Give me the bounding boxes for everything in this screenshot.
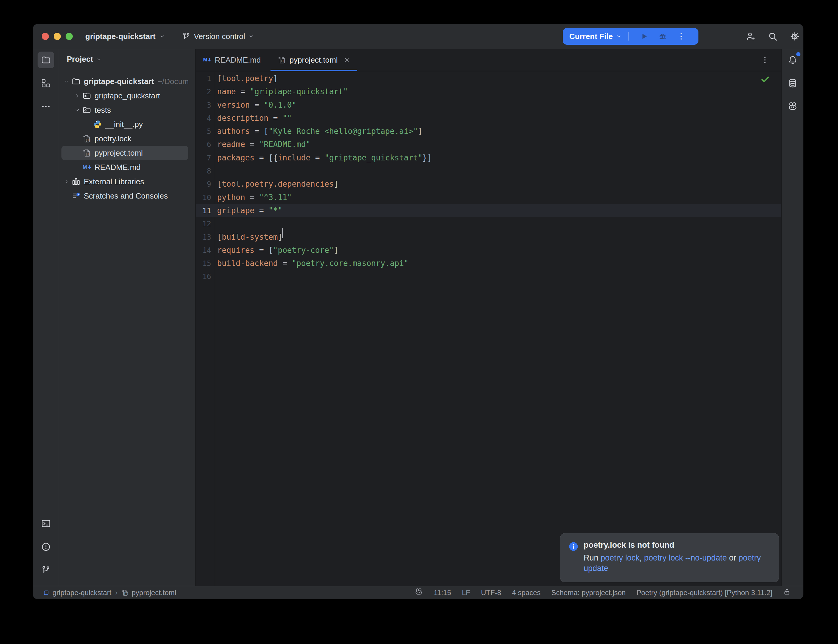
code-line-16[interactable]: 16 [196,270,781,283]
readonly-toggle-icon[interactable] [783,588,791,598]
tree-item-external-libraries[interactable]: External Libraries [61,174,188,189]
code-line-11[interactable]: 11griptape = "*" [196,204,781,217]
code-line-3[interactable]: 3version = "0.1.0" [196,99,781,112]
tab-options-button[interactable] [761,56,769,64]
right-activity-bar [781,49,803,586]
tree-item-griptape-quickstart[interactable]: griptape-quickstart~/Docume [61,74,188,89]
file-encoding-widget[interactable]: UTF-8 [481,588,501,597]
line-separator-widget[interactable]: LF [462,588,470,597]
notification-text: Run [583,554,601,562]
tree-item-label: griptape_quickstart [95,91,160,100]
notifications-button[interactable] [784,52,801,68]
code-line-8[interactable]: 8 [196,164,781,177]
problems-icon [41,542,51,552]
code-line-12[interactable]: 12 [196,217,781,230]
tree-item-tests[interactable]: tests [61,103,188,117]
add-user-button[interactable] [746,31,756,41]
chevron-down-icon[interactable] [72,107,82,113]
notification-link[interactable]: poetry lock --no-update [644,554,727,562]
code-line-9[interactable]: 9[tool.poetry.dependencies] [196,177,781,191]
vcs-widget[interactable]: Version control [182,24,254,49]
caret-position-widget[interactable]: 11:15 [434,588,451,597]
settings-button[interactable] [790,31,800,41]
tree-item-label: pyproject.toml [95,148,143,158]
indent-style-widget[interactable]: 4 spaces [512,588,541,597]
code-line-15[interactable]: 15build-backend = "poetry.core.masonry.a… [196,257,781,270]
ai-status-icon[interactable] [414,588,423,598]
line-number: 7 [196,151,211,164]
titlebar-actions [746,24,800,49]
line-number: 9 [196,178,211,191]
code-line-10[interactable]: 10python = "^3.11" [196,191,781,204]
debug-button[interactable] [658,32,667,41]
close-button[interactable] [42,33,49,40]
tree-item-label: tests [95,105,111,115]
ai-icon [414,588,423,596]
tree-item-griptape-quickstart[interactable]: griptape_quickstart [61,89,188,103]
ai-assistant-button[interactable] [784,98,801,115]
project-tree: griptape-quickstart~/Documegriptape_quic… [59,74,196,203]
line-content: readme = "README.md" [217,140,311,149]
run-config-selector[interactable]: Current File [569,32,613,41]
tree-item-readme-md[interactable]: MREADME.md [61,160,188,174]
chevron-down-icon [248,33,254,39]
breadcrumb-item[interactable]: [T]pyproject.toml [122,588,176,597]
line-number: 2 [196,85,211,99]
close-icon[interactable] [343,57,350,63]
breadcrumb: griptape-quickstart›[T]pyproject.toml [43,586,176,599]
project-tool-button[interactable] [38,52,54,68]
breadcrumb-item[interactable]: griptape-quickstart [43,588,111,597]
code-line-2[interactable]: 2name = "griptape-quickstart" [196,85,781,98]
code-line-4[interactable]: 4description = "" [196,112,781,125]
chevron-down-icon[interactable] [61,78,72,85]
code-editor[interactable]: 1[tool.poetry]2name = "griptape-quicksta… [196,72,781,586]
line-number: 1 [196,72,211,85]
tree-item-label: README.md [95,163,141,172]
project-selector-label: griptape-quickstart [85,32,156,41]
code-line-14[interactable]: 14requires = ["poetry-core"] [196,243,781,257]
line-content: name = "griptape-quickstart" [217,87,348,96]
json-schema-widget[interactable]: Schema: pyproject.json [551,588,626,597]
chevron-right-icon[interactable] [61,178,72,185]
svg-text:M: M [203,57,207,62]
code-line-7[interactable]: 7packages = [{include = "griptape_quicks… [196,151,781,164]
code-line-6[interactable]: 6readme = "README.md" [196,138,781,151]
chevron-spacer [72,150,82,156]
search-everywhere-button[interactable] [767,31,778,41]
tree-item-scratches-and-consoles[interactable]: Scratches and Consoles [61,189,188,203]
library-icon [72,177,81,186]
svg-text:M: M [82,164,87,170]
package-folder-icon [82,105,91,115]
code-line-5[interactable]: 5authors = ["Kyle Roche <hello@griptape.… [196,125,781,138]
info-icon [568,541,579,552]
more-tools-button[interactable] [38,98,54,115]
line-number: 13 [196,231,211,244]
chevron-right-icon[interactable] [72,92,82,99]
python-interpreter-widget[interactable]: Poetry (griptape-quickstart) [Python 3.1… [636,588,772,597]
version-control-tool-button[interactable] [38,562,54,578]
minimize-button[interactable] [54,33,61,40]
problems-tool-button[interactable] [38,539,54,555]
notification-link[interactable]: poetry lock [601,554,640,562]
project-tool-window: Project griptape-quickstart~/Documegript… [59,49,196,586]
tab-readme-md[interactable]: MREADME.md [196,49,268,71]
tree-item-poetry-lock[interactable]: [T]poetry.lock [61,131,188,146]
project-panel-header[interactable]: Project [67,54,101,64]
database-button[interactable] [784,75,801,92]
notification-text: or [727,554,738,562]
code-line-1[interactable]: 1[tool.poetry] [196,72,781,85]
python-icon [93,120,102,129]
zoom-button[interactable] [66,33,73,40]
terminal-tool-button[interactable] [38,515,54,532]
structure-tool-button[interactable] [38,75,54,92]
git-branch-icon [41,565,51,575]
tree-item-pyproject-toml[interactable]: [T]pyproject.toml [61,146,188,160]
tab-pyproject-toml[interactable]: [T]pyproject.toml [271,49,358,71]
line-number: 12 [196,217,211,230]
folder-icon [41,55,51,65]
tree-item--init-py[interactable]: __init__.py [61,117,188,131]
more-run-options-button[interactable] [677,32,685,41]
code-line-13[interactable]: 13[build-system] [196,230,781,243]
project-selector[interactable]: griptape-quickstart [85,24,165,49]
run-button[interactable] [640,32,649,41]
